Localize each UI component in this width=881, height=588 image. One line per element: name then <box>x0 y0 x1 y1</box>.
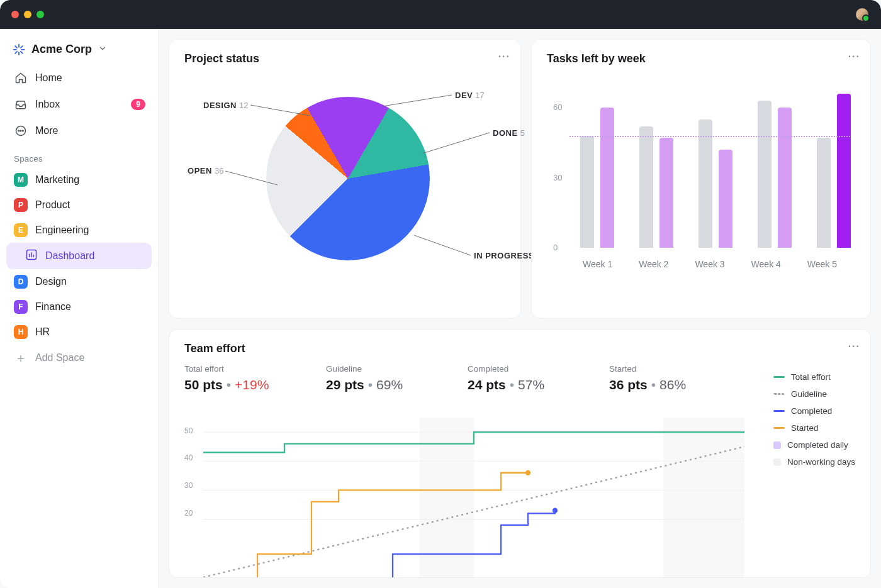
window-titlebar <box>0 0 881 29</box>
pie-label-design: DESIGN12 <box>203 101 248 110</box>
svg-rect-21 <box>663 418 744 577</box>
pie-label-open: OPEN36 <box>188 166 223 175</box>
close-window-icon[interactable] <box>11 11 19 18</box>
nav-home[interactable]: Home <box>6 65 152 91</box>
workspace-name: Acme Corp <box>31 43 92 56</box>
main-content: Project status ··· DEV17DONE5IN PROGRESS… <box>159 29 881 588</box>
add-space-label: Add Space <box>35 352 84 363</box>
svg-point-23 <box>525 470 530 475</box>
pie-chart: DEV17DONE5IN PROGRESS5OPEN36DESIGN12 <box>184 65 505 279</box>
y-tick-label: 50 <box>184 426 193 435</box>
space-label: Engineering <box>35 225 89 236</box>
card-menu-button[interactable]: ··· <box>848 51 860 62</box>
card-tasks-left: Tasks left by week ··· 03060 Week 1Week … <box>531 39 871 319</box>
sidebar-item-product[interactable]: PProduct <box>6 192 152 218</box>
bar-chart: 03060 Week 1Week 2Week 3Week 4Week 5 <box>547 65 855 279</box>
legend-item: Completed <box>773 406 855 416</box>
reference-line <box>570 136 850 137</box>
space-badge: M <box>14 173 28 187</box>
x-tick-label: Week 1 <box>570 259 626 269</box>
nav-inbox[interactable]: Inbox 9 <box>6 91 152 118</box>
y-tick-label: 20 <box>184 509 193 518</box>
sidebar-item-dashboard[interactable]: Dashboard <box>6 243 152 269</box>
space-badge: E <box>14 223 28 237</box>
card-menu-button[interactable]: ··· <box>498 51 510 62</box>
space-badge: D <box>14 275 28 289</box>
legend-item: Non-working days <box>773 457 855 467</box>
card-team-effort: Team effort ··· Total effort50 pts•+19%G… <box>169 329 871 578</box>
inbox-icon <box>14 97 28 111</box>
space-label: Finance <box>35 301 71 313</box>
bar-group <box>580 108 618 248</box>
space-badge: H <box>14 325 28 339</box>
legend-item: Total effort <box>773 372 855 382</box>
minimize-window-icon[interactable] <box>24 11 31 18</box>
plus-icon: ＋ <box>14 351 28 365</box>
y-tick-label: 30 <box>553 173 562 182</box>
pie-label-done: DONE5 <box>493 128 525 138</box>
sidebar: Acme Corp Home Inbox 9 <box>0 29 159 588</box>
avatar[interactable] <box>855 7 870 22</box>
svg-point-10 <box>20 130 21 131</box>
svg-point-22 <box>553 508 558 513</box>
svg-line-7 <box>21 46 23 48</box>
nav-more-label: More <box>35 125 58 136</box>
space-badge: F <box>14 300 28 314</box>
space-label: Design <box>35 276 67 287</box>
legend-item: Started <box>773 423 855 433</box>
sidebar-item-finance[interactable]: FFinance <box>6 294 152 319</box>
spaces-section-label: Spaces <box>6 144 152 167</box>
inbox-badge: 9 <box>131 99 145 110</box>
line-chart: 20304050 <box>184 418 744 577</box>
workspace-switcher[interactable]: Acme Corp <box>6 38 152 61</box>
pie-label-dev: DEV17 <box>455 91 485 100</box>
sidebar-item-hr[interactable]: HHR <box>6 319 152 345</box>
sidebar-item-design[interactable]: DDesign <box>6 269 152 294</box>
nav-home-label: Home <box>35 72 62 84</box>
svg-point-9 <box>18 130 20 131</box>
legend-item: Guideline <box>773 389 855 399</box>
bar-group <box>639 126 677 248</box>
space-badge: P <box>14 198 28 212</box>
window-controls[interactable] <box>11 11 44 18</box>
card-project-status: Project status ··· DEV17DONE5IN PROGRESS… <box>169 39 521 319</box>
svg-line-4 <box>15 46 17 48</box>
x-tick-label: Week 3 <box>682 259 738 269</box>
add-space-button[interactable]: ＋ Add Space <box>6 345 152 371</box>
card-title: Tasks left by week <box>547 52 855 65</box>
more-icon <box>14 124 28 138</box>
card-title: Team effort <box>184 342 855 355</box>
space-label: Product <box>35 199 70 211</box>
metric-completed: Completed24 pts•57% <box>468 364 609 392</box>
chevron-down-icon <box>98 43 107 56</box>
y-tick-label: 60 <box>553 103 562 112</box>
workspace-logo-icon <box>13 43 25 56</box>
card-menu-button[interactable]: ··· <box>848 341 860 352</box>
home-icon <box>14 71 28 85</box>
y-tick-label: 0 <box>553 243 558 252</box>
y-tick-label: 40 <box>184 453 193 462</box>
dashboard-icon <box>25 248 38 263</box>
sidebar-item-marketing[interactable]: MMarketing <box>6 167 152 192</box>
metric-started: Started36 pts•86% <box>609 364 751 392</box>
svg-line-6 <box>15 51 17 53</box>
nav-more[interactable]: More <box>6 118 152 144</box>
sidebar-item-engineering[interactable]: EEngineering <box>6 218 152 243</box>
x-tick-label: Week 2 <box>626 259 682 269</box>
metric-guideline: Guideline29 pts•69% <box>326 364 468 392</box>
x-tick-label: Week 5 <box>794 259 850 269</box>
nav-inbox-label: Inbox <box>35 99 60 110</box>
bar-group <box>699 119 736 248</box>
legend-item: Completed daily <box>773 440 855 450</box>
bar-group <box>758 101 795 248</box>
space-label: HR <box>35 326 50 338</box>
card-title: Project status <box>184 52 505 65</box>
chart-legend: Total effortGuidelineCompletedStartedCom… <box>773 372 855 474</box>
space-label: Marketing <box>35 174 79 186</box>
x-tick-label: Week 4 <box>738 259 794 269</box>
svg-line-5 <box>21 51 23 53</box>
maximize-window-icon[interactable] <box>36 11 44 18</box>
bar-group <box>817 94 855 248</box>
svg-point-11 <box>23 130 24 131</box>
metric-total-effort: Total effort50 pts•+19% <box>184 364 326 392</box>
